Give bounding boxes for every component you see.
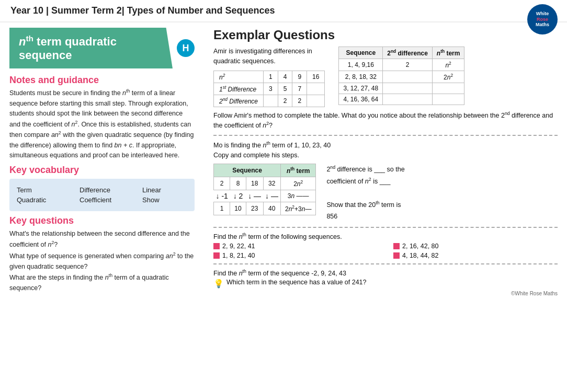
amir-intro: Amir is investigating differences in qua… bbox=[213, 47, 325, 107]
mo-intro: Mo is finding the nth term of 1, 10, 23,… bbox=[213, 140, 558, 160]
differences-table: n2 14916 1st Difference 357 2nd Differen… bbox=[213, 71, 325, 107]
rt-row-3: 3, 12, 27, 48 bbox=[339, 83, 464, 94]
rt-row-1: 1, 4, 9,162n2 bbox=[339, 59, 464, 71]
wrm-logo-text: White Rose Maths bbox=[536, 11, 549, 28]
amir-section: Amir is investigating differences in qua… bbox=[213, 47, 558, 107]
amir-text: Amir is investigating differences in qua… bbox=[213, 47, 318, 66]
header-title: Year 10 | Summer Term 2| Types of Number… bbox=[10, 5, 275, 16]
wrm-logo: White Rose Maths bbox=[527, 4, 558, 34]
find-nth-title: Find the nth term of the following seque… bbox=[213, 232, 558, 240]
rt-row-4: 4, 16, 36, 64 bbox=[339, 94, 464, 105]
seq-item-2: 2, 16, 42, 80 bbox=[393, 243, 558, 250]
right-table: Sequence 2nd difference nth term 1, 4, 9… bbox=[338, 47, 464, 105]
rt-row-2: 2, 8, 18, 322n2 bbox=[339, 71, 464, 83]
vocab-coefficient: Coefficient bbox=[80, 196, 121, 204]
sequences-grid: 2, 9, 22, 41 2, 16, 42, 80 1, 8, 21, 40 … bbox=[213, 243, 558, 259]
exemplar-title: Exemplar Questions bbox=[213, 28, 558, 42]
topic-header-wrap: nth term quadratic sequence H bbox=[9, 28, 195, 68]
mo-section: Sequence nth term 281832 2n2 ↓ -1 ↓ 2 ↓ … bbox=[213, 164, 558, 223]
mo-table: Sequence nth term 281832 2n2 ↓ -1 ↓ 2 ↓ … bbox=[213, 164, 316, 215]
seq-label-2: 2, 16, 42, 80 bbox=[402, 243, 439, 250]
key-questions-title: Key questions bbox=[9, 215, 195, 226]
left-panel: nth term quadratic sequence H Notes and … bbox=[0, 22, 204, 302]
mo-side-line1: 2nd difference is ___ so the bbox=[326, 164, 404, 176]
mo-table-wrap: Sequence nth term 281832 2n2 ↓ -1 ↓ 2 ↓ … bbox=[213, 164, 316, 215]
h-badge: H bbox=[177, 39, 195, 57]
vocab-row-1: Term Difference Linear bbox=[17, 186, 187, 194]
follow-text: Follow Amir's method to complete the tab… bbox=[213, 110, 558, 131]
mo-side-line3 bbox=[326, 187, 404, 199]
seq-label-1: 2, 9, 22, 41 bbox=[222, 243, 255, 250]
mo-th-seq: Sequence bbox=[214, 164, 281, 177]
vocab-section-title: Key vocabulary bbox=[9, 165, 195, 176]
vocab-show: Show bbox=[142, 196, 184, 204]
mo-side: 2nd difference is ___ so the coefficient… bbox=[326, 164, 404, 223]
divider-3 bbox=[213, 263, 558, 264]
rt-header-seq: Sequence bbox=[339, 47, 383, 59]
lightbulb-row: 💡 Which term in the sequence has a value… bbox=[213, 279, 558, 289]
rt-header-2nd: 2nd difference bbox=[383, 47, 433, 59]
kq-1: What's the relationship between the seco… bbox=[9, 228, 195, 250]
find-nth-2: Find the nth term of the sequence -2, 9,… bbox=[213, 269, 558, 277]
kq-3: What are the steps in finding the nth te… bbox=[9, 272, 195, 293]
seq-label-4: 4, 18, 44, 82 bbox=[402, 252, 439, 259]
mo-side-line4: Show that the 20th term is bbox=[326, 199, 404, 211]
topic-header: nth term quadratic sequence bbox=[9, 28, 173, 68]
topic-title: nth term quadratic sequence bbox=[19, 34, 136, 62]
vocab-table: Term Difference Linear Quadratic Coeffic… bbox=[9, 179, 195, 211]
red-square-2 bbox=[393, 243, 400, 249]
mo-row-1: 281832 2n2 bbox=[214, 177, 316, 190]
seq-label-3: 1, 8, 21, 40 bbox=[222, 252, 255, 259]
vocab-quadratic: Quadratic bbox=[17, 196, 59, 204]
mo-row-arrows: ↓ -1 ↓ 2 ↓ — ↓ — 3n —— bbox=[214, 190, 316, 202]
challenge-text: Which term in the sequence has a value o… bbox=[226, 279, 367, 286]
mo-th-nth: nth term bbox=[280, 164, 315, 177]
notes-section-title: Notes and guidance bbox=[9, 75, 195, 86]
seq-item-1: 2, 9, 22, 41 bbox=[213, 243, 378, 250]
vocab-linear: Linear bbox=[142, 186, 184, 194]
red-square-1 bbox=[213, 243, 220, 249]
seq-item-3: 1, 8, 21, 40 bbox=[213, 252, 378, 259]
red-square-3 bbox=[213, 252, 220, 259]
lightbulb-icon: 💡 bbox=[213, 279, 224, 289]
mo-row-3: 1102340 2n2+3n— bbox=[214, 202, 316, 215]
copyright: ©White Rose Maths bbox=[213, 291, 558, 296]
mo-side-line2: coefficient of n2 is ___ bbox=[326, 176, 404, 188]
kq-2: What type of sequence is generated when … bbox=[9, 250, 195, 272]
main-content: nth term quadratic sequence H Notes and … bbox=[0, 22, 567, 302]
seq-item-4: 4, 18, 44, 82 bbox=[393, 252, 558, 259]
vocab-row-2: Quadratic Coefficient Show bbox=[17, 196, 187, 204]
vocab-difference: Difference bbox=[80, 186, 121, 194]
mo-side-line5: 856 bbox=[326, 211, 404, 223]
vocab-term: Term bbox=[17, 186, 59, 194]
right-panel: Exemplar Questions Amir is investigating… bbox=[204, 22, 567, 302]
rt-header-nth: nth term bbox=[432, 47, 464, 59]
header: Year 10 | Summer Term 2| Types of Number… bbox=[0, 0, 567, 22]
key-questions-list: What's the relationship between the seco… bbox=[9, 228, 195, 293]
notes-body: Students must be secure in finding the n… bbox=[9, 88, 195, 160]
divider-1 bbox=[213, 135, 558, 136]
red-square-4 bbox=[393, 252, 400, 259]
divider-2 bbox=[213, 227, 558, 228]
